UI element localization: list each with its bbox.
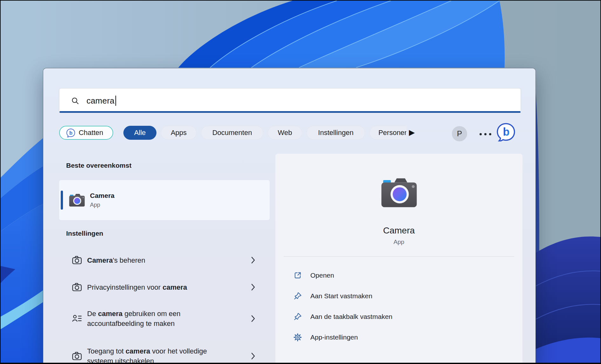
filter-pill-label: Alle — [134, 129, 146, 137]
bing-chat-icon — [66, 128, 76, 138]
best-match-title: Camera — [90, 192, 114, 199]
settings-result-privacy[interactable]: Privacyinstellingen voor camera — [59, 278, 270, 296]
filter-pill-alle[interactable]: Alle — [123, 126, 156, 140]
filter-pill-instellingen[interactable]: Instellingen — [307, 126, 365, 140]
settings-result-label: Camera's beheren — [87, 255, 209, 265]
bing-chat-button[interactable] — [495, 122, 516, 143]
action-open[interactable]: Openen — [275, 265, 522, 286]
best-match-heading: Beste overeenkomst — [66, 162, 131, 169]
account-list-icon — [72, 313, 82, 324]
avatar-letter: P — [457, 129, 462, 138]
scroll-right-icon[interactable]: ▶ — [409, 129, 415, 136]
settings-result-manage-cameras[interactable]: Camera's beheren — [59, 251, 270, 269]
action-list: Openen Aan Start vastmaken Aan de taakba… — [275, 265, 522, 347]
filter-pill-label: Chatten — [79, 129, 103, 137]
open-external-icon — [293, 271, 302, 280]
settings-heading: Instellingen — [66, 230, 103, 237]
best-match-type: App — [90, 202, 114, 208]
settings-result-label: Privacyinstellingen voor camera — [87, 282, 209, 292]
text-cursor — [115, 96, 116, 106]
search-icon — [71, 97, 79, 105]
chevron-right-icon — [251, 314, 256, 323]
action-app-settings[interactable]: App-instellingen — [275, 327, 522, 347]
filter-pill-web[interactable]: Web — [268, 126, 302, 140]
chevron-right-icon — [251, 256, 256, 265]
camera-outline-icon — [72, 351, 82, 361]
chevron-right-icon — [251, 352, 256, 361]
camera-app-icon-large — [380, 177, 418, 208]
action-label: Aan de taakbalk vastmaken — [310, 313, 392, 320]
camera-app-icon — [69, 193, 85, 207]
account-avatar[interactable]: P — [452, 126, 467, 141]
selection-accent-bar — [61, 191, 63, 210]
more-options-icon[interactable] — [480, 132, 491, 136]
pin-icon — [293, 312, 302, 321]
filter-pill-documenten[interactable]: Documenten — [201, 126, 263, 140]
action-pin-to-taskbar[interactable]: Aan de taakbalk vastmaken — [275, 306, 522, 327]
detail-app-name: Camera — [383, 226, 415, 236]
camera-outline-icon — [72, 282, 82, 293]
settings-result-disable-camera[interactable]: Toegang tot camera voor het volledige sy… — [59, 341, 270, 364]
search-accent-underline — [59, 111, 521, 113]
action-label: App-instellingen — [310, 334, 358, 341]
filter-pill-label: Personen — [378, 129, 406, 137]
gear-icon — [293, 333, 302, 342]
best-match-result[interactable]: Camera App — [59, 180, 270, 220]
search-box[interactable]: camera — [59, 88, 521, 113]
filter-pill-apps[interactable]: Apps — [161, 126, 197, 140]
chevron-right-icon — [251, 283, 256, 292]
settings-result-label: De camera gebruiken om een accountafbeel… — [87, 309, 209, 328]
action-pin-to-start[interactable]: Aan Start vastmaken — [275, 286, 522, 306]
filter-pill-label: Documenten — [212, 129, 252, 137]
search-flyout: camera Chatten Alle Apps Documenten Web … — [43, 68, 536, 364]
camera-outline-icon — [72, 255, 82, 266]
filter-pill-personen[interactable]: Personen — [370, 126, 406, 140]
filter-pill-chatten[interactable]: Chatten — [59, 126, 113, 140]
search-input[interactable]: camera — [86, 96, 114, 106]
filter-pill-label: Apps — [171, 129, 187, 137]
settings-result-account-picture[interactable]: De camera gebruiken om een accountafbeel… — [59, 303, 270, 334]
action-label: Aan Start vastmaken — [310, 292, 372, 300]
app-detail-panel: Camera App Openen Aan Start vastmaken Aa… — [275, 154, 522, 364]
action-label: Openen — [310, 272, 334, 279]
settings-result-label: Toegang tot camera voor het volledige sy… — [87, 346, 209, 364]
filter-pill-label: Instellingen — [318, 129, 353, 137]
detail-app-type: App — [394, 239, 404, 246]
filter-pill-label: Web — [278, 129, 292, 137]
detail-divider — [284, 256, 514, 257]
screenshot-frame: camera Chatten Alle Apps Documenten Web … — [0, 0, 601, 364]
filter-bar: Chatten Alle Apps Documenten Web Instell… — [59, 125, 406, 141]
pin-icon — [293, 292, 302, 300]
